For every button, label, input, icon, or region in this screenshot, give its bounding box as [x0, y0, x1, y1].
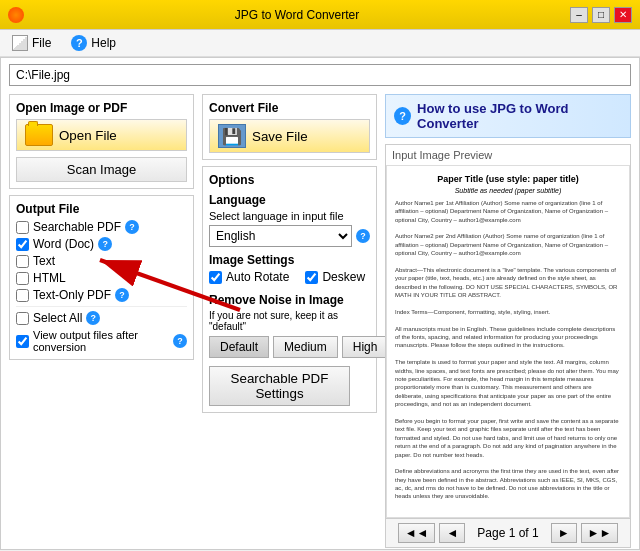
text-only-pdf-row: Text-Only PDF ? [16, 288, 187, 302]
deskew-label: Deskew [322, 270, 365, 284]
window-title: JPG to Word Converter [24, 8, 570, 22]
select-all-checkbox[interactable] [16, 312, 29, 325]
menu-file-label: File [32, 36, 51, 50]
preview-input-label: Input Image Preview [386, 145, 630, 165]
preview-doc-text: Author Name1 per 1st Affiliation (Author… [395, 199, 621, 509]
menu-file[interactable]: File [8, 33, 55, 53]
auto-rotate-label: Auto Rotate [226, 270, 289, 284]
save-icon: 💾 [218, 124, 246, 148]
html-row: HTML [16, 271, 187, 285]
noise-default-button[interactable]: Default [209, 336, 269, 358]
options-label: Options [209, 173, 370, 187]
close-button[interactable]: ✕ [614, 7, 632, 23]
word-doc-label: Word (Doc) [33, 237, 94, 251]
menu-help-label: Help [91, 36, 116, 50]
noise-buttons: Default Medium High ? [209, 336, 370, 358]
word-doc-checkbox[interactable] [16, 238, 29, 251]
view-output-checkbox[interactable] [16, 335, 29, 348]
how-to-icon: ? [394, 107, 411, 125]
page-info: Page 1 of 1 [477, 526, 538, 540]
output-file-section: Output File Searchable PDF ? Word (Doc) … [9, 195, 194, 360]
app-icon [8, 7, 24, 23]
save-file-button[interactable]: 💾 Save File [209, 119, 370, 153]
image-settings-label: Image Settings [209, 253, 370, 267]
view-output-info-icon[interactable]: ? [173, 334, 187, 348]
left-column: Open Image or PDF Open File Scan Image O… [9, 94, 194, 541]
output-file-label: Output File [16, 202, 187, 216]
deskew-row: Deskew [305, 270, 365, 284]
select-all-label: Select All [33, 311, 82, 325]
text-only-pdf-info-icon[interactable]: ? [115, 288, 129, 302]
prev-page-button[interactable]: ◄ [439, 523, 465, 543]
searchable-pdf-checkbox[interactable] [16, 221, 29, 234]
middle-column: Convert File 💾 Save File Options Languag… [202, 94, 377, 541]
language-desc: Select language in input file [209, 210, 370, 222]
open-file-label: Open File [59, 128, 117, 143]
language-label: Language [209, 193, 370, 207]
language-info-icon[interactable]: ? [356, 229, 370, 243]
folder-icon [25, 124, 53, 146]
preview-document: Paper Title (use style: paper title) Sub… [386, 165, 630, 518]
view-output-label: View output files after conversion [33, 329, 169, 353]
maximize-button[interactable]: □ [592, 7, 610, 23]
preview-panel: Input Image Preview Paper Title (use sty… [385, 144, 631, 548]
language-row: English ? [209, 225, 370, 247]
word-doc-info-icon[interactable]: ? [98, 237, 112, 251]
title-bar: JPG to Word Converter – □ ✕ [0, 0, 640, 30]
text-checkbox[interactable] [16, 255, 29, 268]
text-only-pdf-label: Text-Only PDF [33, 288, 111, 302]
view-output-row: View output files after conversion ? [16, 329, 187, 353]
noise-medium-button[interactable]: Medium [273, 336, 338, 358]
convert-label: Convert File [209, 101, 370, 115]
preview-doc-title: Paper Title (use style: paper title) [395, 174, 621, 186]
menu-help[interactable]: ? Help [67, 33, 120, 53]
save-file-label: Save File [252, 129, 308, 144]
text-label: Text [33, 254, 55, 268]
auto-rotate-checkbox[interactable] [209, 271, 222, 284]
convert-section: Convert File 💾 Save File [202, 94, 377, 160]
main-content: C:\File.jpg Open Image or PDF Open File … [0, 57, 640, 550]
open-image-section: Open Image or PDF Open File Scan Image [9, 94, 194, 189]
select-all-row: Select All ? [16, 306, 187, 325]
last-page-button[interactable]: ►► [581, 523, 619, 543]
preview-column: ? How to use JPG to Word Converter Input… [385, 94, 631, 541]
deskew-checkbox[interactable] [305, 271, 318, 284]
menu-bar: File ? Help [0, 30, 640, 57]
open-image-label: Open Image or PDF [16, 101, 187, 115]
html-label: HTML [33, 271, 66, 285]
next-page-button[interactable]: ► [551, 523, 577, 543]
file-path-bar: C:\File.jpg [9, 64, 631, 86]
how-to-box[interactable]: ? How to use JPG to Word Converter [385, 94, 631, 138]
auto-rotate-row: Auto Rotate [209, 270, 289, 284]
remove-noise-desc: If you are not sure, keep it as "default… [209, 310, 370, 332]
scan-image-button[interactable]: Scan Image [16, 157, 187, 182]
text-only-pdf-checkbox[interactable] [16, 289, 29, 302]
window-controls: – □ ✕ [570, 7, 632, 23]
first-page-button[interactable]: ◄◄ [398, 523, 436, 543]
open-file-button[interactable]: Open File [16, 119, 187, 151]
options-section: Options Language Select language in inpu… [202, 166, 377, 413]
help-icon: ? [71, 35, 87, 51]
image-settings-row: Auto Rotate Deskew [209, 270, 370, 287]
language-select[interactable]: English [209, 225, 352, 247]
how-to-label: How to use JPG to Word Converter [417, 101, 622, 131]
searchable-pdf-row: Searchable PDF ? [16, 220, 187, 234]
html-checkbox[interactable] [16, 272, 29, 285]
preview-navigation: ◄◄ ◄ Page 1 of 1 ► ►► [386, 518, 630, 547]
searchable-pdf-info-icon[interactable]: ? [125, 220, 139, 234]
searchable-pdf-settings-button[interactable]: Searchable PDF Settings [209, 366, 350, 406]
preview-doc-subtitle: Subtitle as needed (paper subtitle) [395, 186, 621, 195]
minimize-button[interactable]: – [570, 7, 588, 23]
text-row: Text [16, 254, 187, 268]
select-all-info-icon[interactable]: ? [86, 311, 100, 325]
noise-high-button[interactable]: High [342, 336, 389, 358]
searchable-pdf-label: Searchable PDF [33, 220, 121, 234]
word-doc-row: Word (Doc) ? [16, 237, 187, 251]
remove-noise-label: Remove Noise in Image [209, 293, 370, 307]
file-icon [12, 35, 28, 51]
